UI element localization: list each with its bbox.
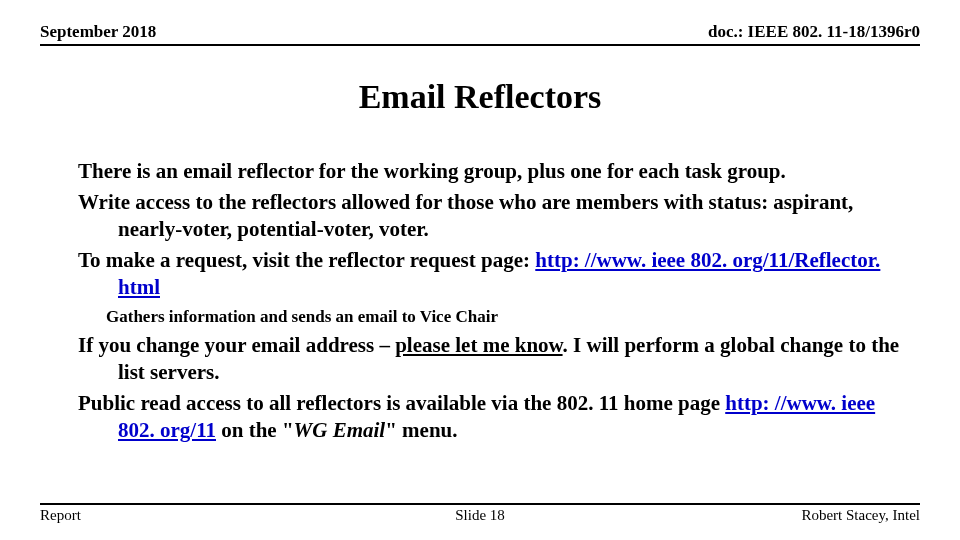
body-paragraph-4: If you change your email address – pleas… — [78, 332, 906, 386]
footer-left: Report — [40, 507, 81, 524]
footer-right: Robert Stacey, Intel — [801, 507, 920, 524]
body-p5c: " menu. — [385, 418, 457, 442]
body-p4a: If you change your email address – — [78, 333, 395, 357]
footer-center: Slide 18 — [455, 507, 505, 524]
slide-container: September 2018 doc.: IEEE 802. 11-18/139… — [0, 0, 960, 540]
body-paragraph-5: Public read access to all reflectors is … — [78, 390, 906, 444]
slide-header: September 2018 doc.: IEEE 802. 11-18/139… — [40, 22, 920, 46]
body-paragraph-1: There is an email reflector for the work… — [78, 158, 906, 185]
body-paragraph-2: Write access to the reflectors allowed f… — [78, 189, 906, 243]
body-subnote: Gathers information and sends an email t… — [106, 306, 906, 328]
body-p5b: on the " — [216, 418, 294, 442]
body-p5a: Public read access to all reflectors is … — [78, 391, 725, 415]
header-docid: doc.: IEEE 802. 11-18/1396r0 — [708, 22, 920, 42]
slide-title: Email Reflectors — [0, 78, 960, 116]
body-p3-text: To make a request, visit the reflector r… — [78, 248, 530, 272]
body-p5-italic: WG Email — [294, 418, 386, 442]
slide-body: There is an email reflector for the work… — [78, 158, 906, 448]
body-paragraph-3: To make a request, visit the reflector r… — [78, 247, 906, 301]
slide-footer: Report Slide 18 Robert Stacey, Intel — [40, 503, 920, 524]
body-p4-underline: please let me know — [395, 333, 562, 357]
header-date: September 2018 — [40, 22, 156, 42]
